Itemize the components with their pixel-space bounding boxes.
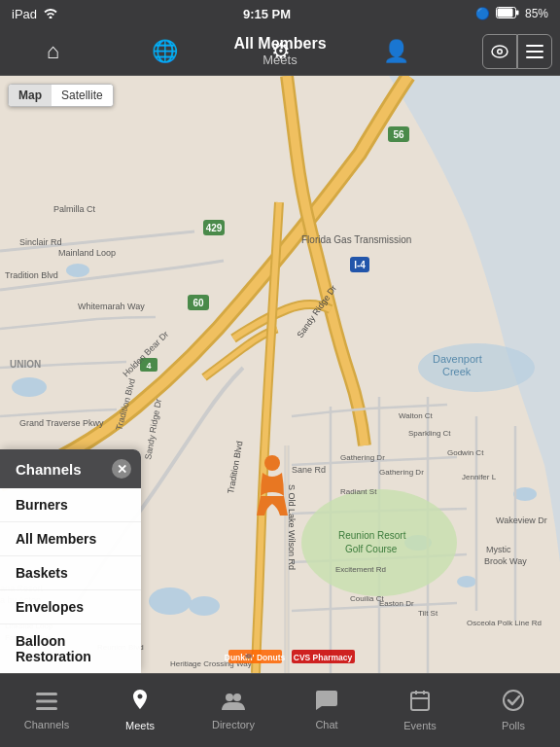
channels-list: BurnersAll MembersBasketsEnvelopesBalloo… — [0, 488, 141, 673]
svg-rect-8 — [526, 56, 543, 58]
globe-icon[interactable]: 🌐 — [144, 31, 186, 72]
svg-text:Reunion Resort: Reunion Resort — [338, 530, 406, 541]
svg-text:I-4: I-4 — [354, 260, 366, 270]
svg-text:Godwin Ct: Godwin Ct — [447, 448, 484, 457]
svg-point-5 — [499, 50, 502, 53]
svg-text:Mainland Loop: Mainland Loop — [58, 248, 116, 258]
top-right-controls — [482, 34, 552, 69]
svg-text:Brook Way: Brook Way — [484, 556, 527, 566]
svg-text:4: 4 — [146, 361, 151, 371]
svg-text:Tradition Blvd: Tradition Blvd — [5, 270, 58, 280]
channel-item-0[interactable]: Burners — [0, 488, 141, 522]
svg-text:CVS Pharmacy: CVS Pharmacy — [294, 653, 353, 662]
events-tab-icon — [410, 690, 430, 717]
svg-text:Golf Course: Golf Course — [345, 544, 398, 554]
svg-text:Walton Ct: Walton Ct — [399, 411, 434, 420]
channels-tab-icon — [36, 691, 57, 716]
svg-text:Gathering Dr: Gathering Dr — [379, 468, 424, 477]
svg-text:429: 429 — [206, 223, 223, 233]
channels-label: Channels — [16, 461, 82, 478]
status-bar: iPad 9:15 PM 🔵 85% — [0, 0, 560, 27]
polls-tab-icon — [503, 690, 524, 717]
bluetooth-icon: 🔵 — [475, 7, 490, 20]
svg-rect-1 — [497, 8, 512, 17]
battery-label: 85% — [525, 7, 548, 20]
svg-point-18 — [457, 576, 476, 587]
svg-text:UNION: UNION — [10, 359, 41, 370]
svg-rect-77 — [36, 707, 57, 710]
svg-text:Grand Traverse Pkwy: Grand Traverse Pkwy — [19, 418, 104, 428]
home-icon[interactable]: ⌂ — [39, 31, 67, 72]
svg-rect-76 — [36, 700, 57, 703]
tab-directory[interactable]: Directory — [204, 691, 262, 730]
svg-point-16 — [189, 596, 220, 616]
svg-text:Florida Gas Transmission: Florida Gas Transmission — [301, 234, 411, 245]
svg-rect-7 — [526, 51, 543, 53]
tab-polls[interactable]: Polls — [484, 690, 542, 731]
directory-tab-icon — [222, 691, 245, 716]
svg-text:Sane Rd: Sane Rd — [292, 465, 326, 475]
svg-text:Radiant St: Radiant St — [340, 487, 377, 496]
svg-point-20 — [301, 489, 457, 596]
svg-text:Excitement Rd: Excitement Rd — [335, 565, 386, 574]
person-icon[interactable]: 👤 — [375, 31, 417, 72]
meets-tab-icon — [131, 690, 149, 717]
directory-tab-label: Directory — [212, 719, 255, 730]
eye-button[interactable] — [482, 34, 517, 69]
channel-item-4[interactable]: Balloon Restoration — [0, 624, 141, 673]
svg-text:Creek: Creek — [442, 366, 472, 377]
top-nav: ⌂ 🌐 All Members Meets ⚙ 👤 ? — [0, 27, 560, 76]
svg-point-15 — [149, 587, 192, 615]
svg-text:Osceola Polk Line Rd: Osceola Polk Line Rd — [467, 619, 542, 627]
channels-panel: Channels ✕ BurnersAll MembersBasketsEnve… — [0, 449, 141, 673]
tab-channels[interactable]: Channels — [18, 691, 76, 730]
ipad-label: iPad — [12, 7, 37, 21]
map-button[interactable]: Map — [9, 85, 52, 106]
svg-text:Whitemarah Way: Whitemarah Way — [78, 302, 145, 311]
satellite-button[interactable]: Satellite — [52, 85, 113, 106]
bottom-tab-bar: ChannelsMeetsDirectoryChatEventsPolls — [0, 673, 560, 747]
svg-text:Palmilla Ct: Palmilla Ct — [53, 204, 96, 214]
status-time: 9:15 PM — [243, 7, 291, 21]
svg-text:56: 56 — [393, 129, 404, 140]
svg-text:Jennifer L: Jennifer L — [462, 473, 497, 481]
svg-point-78 — [226, 694, 233, 701]
tab-events[interactable]: Events — [391, 690, 449, 731]
map-container[interactable]: Davenport Creek — [0, 76, 560, 673]
tab-chat[interactable]: Chat — [298, 691, 356, 730]
svg-point-19 — [513, 487, 537, 501]
svg-text:Gathering Dr: Gathering Dr — [340, 453, 385, 462]
tab-meets[interactable]: Meets — [111, 690, 169, 731]
svg-text:Davenport: Davenport — [433, 353, 482, 365]
channel-item-1[interactable]: All Members — [0, 522, 141, 556]
channel-item-3[interactable]: Envelopes — [0, 590, 141, 624]
channels-header: Channels ✕ — [0, 449, 141, 488]
menu-button[interactable] — [517, 34, 552, 69]
polls-tab-label: Polls — [502, 720, 525, 731]
header-title: All Members Meets — [233, 34, 326, 68]
svg-text:S Old Lake Wilson Rd: S Old Lake Wilson Rd — [287, 484, 297, 570]
svg-text:Sinclair Rd: Sinclair Rd — [19, 237, 62, 247]
svg-point-81 — [504, 691, 523, 710]
svg-text:Mystic: Mystic — [486, 545, 511, 554]
meets-tab-label: Meets — [125, 720, 155, 731]
channel-item-2[interactable]: Baskets — [0, 556, 141, 590]
svg-rect-80 — [411, 693, 429, 710]
wifi-icon — [43, 7, 58, 21]
chat-tab-label: Chat — [315, 719, 337, 730]
events-tab-label: Events — [403, 720, 437, 731]
svg-text:Wakeview Dr: Wakeview Dr — [496, 516, 547, 525]
svg-point-14 — [66, 264, 89, 277]
svg-text:Dunkin' Donuts: Dunkin' Donuts — [225, 653, 286, 662]
channels-tab-label: Channels — [24, 719, 69, 730]
svg-text:Tilt St: Tilt St — [418, 609, 438, 618]
battery-icon — [496, 7, 519, 21]
page-title-main: All Members — [233, 34, 326, 53]
svg-point-10 — [418, 343, 535, 392]
chat-tab-icon — [316, 691, 337, 716]
svg-point-79 — [233, 694, 241, 701]
map-toggle: Map Satellite — [8, 84, 114, 107]
close-channels-button[interactable]: ✕ — [112, 459, 131, 479]
svg-text:🍩: 🍩 — [245, 653, 253, 660]
svg-point-13 — [12, 377, 47, 397]
